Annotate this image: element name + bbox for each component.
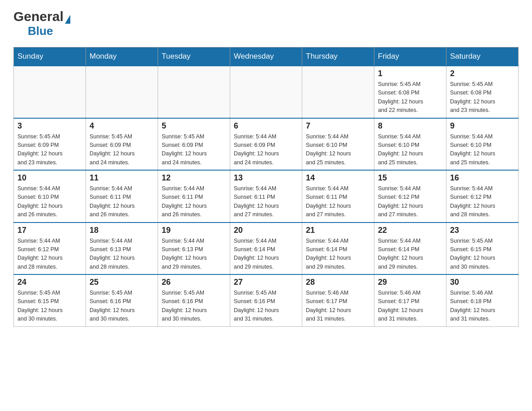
calendar-header-row: SundayMondayTuesdayWednesdayThursdayFrid…	[14, 47, 519, 66]
calendar-cell: 9Sunrise: 5:44 AMSunset: 6:10 PMDaylight…	[446, 118, 519, 171]
day-info: Sunrise: 5:44 AMSunset: 6:12 PMDaylight:…	[450, 184, 515, 219]
day-info: Sunrise: 5:44 AMSunset: 6:11 PMDaylight:…	[234, 184, 298, 219]
calendar-header-wednesday: Wednesday	[230, 47, 302, 66]
day-number: 22	[378, 226, 442, 235]
day-number: 24	[17, 278, 82, 287]
day-info: Sunrise: 5:44 AMSunset: 6:10 PMDaylight:…	[378, 133, 442, 167]
day-number: 11	[90, 173, 154, 183]
day-number: 23	[450, 226, 515, 235]
day-info: Sunrise: 5:44 AMSunset: 6:13 PMDaylight:…	[162, 237, 226, 272]
calendar-cell: 21Sunrise: 5:44 AMSunset: 6:14 PMDayligh…	[302, 223, 374, 275]
calendar-cell: 19Sunrise: 5:44 AMSunset: 6:13 PMDayligh…	[158, 223, 230, 275]
calendar-cell: 7Sunrise: 5:44 AMSunset: 6:10 PMDaylight…	[302, 118, 374, 171]
calendar-cell: 1Sunrise: 5:45 AMSunset: 6:08 PMDaylight…	[374, 66, 446, 118]
day-info: Sunrise: 5:45 AMSunset: 6:16 PMDaylight:…	[90, 289, 154, 324]
day-number: 7	[306, 121, 370, 131]
calendar-cell: 25Sunrise: 5:45 AMSunset: 6:16 PMDayligh…	[86, 274, 158, 326]
day-info: Sunrise: 5:46 AMSunset: 6:17 PMDaylight:…	[378, 289, 442, 324]
day-number: 27	[234, 278, 298, 287]
calendar-cell: 6Sunrise: 5:44 AMSunset: 6:09 PMDaylight…	[230, 118, 302, 171]
day-info: Sunrise: 5:46 AMSunset: 6:17 PMDaylight:…	[306, 289, 370, 324]
calendar-header-saturday: Saturday	[446, 47, 519, 66]
calendar-header-thursday: Thursday	[302, 47, 374, 66]
calendar-header-monday: Monday	[86, 47, 158, 66]
day-number: 2	[450, 69, 515, 78]
day-info: Sunrise: 5:45 AMSunset: 6:08 PMDaylight:…	[450, 80, 515, 115]
day-number: 5	[162, 121, 226, 131]
day-number: 28	[306, 278, 370, 287]
calendar-cell: 8Sunrise: 5:44 AMSunset: 6:10 PMDaylight…	[374, 118, 446, 171]
calendar-week-row: 1Sunrise: 5:45 AMSunset: 6:08 PMDaylight…	[14, 66, 519, 118]
calendar-cell: 11Sunrise: 5:44 AMSunset: 6:11 PMDayligh…	[86, 170, 158, 223]
calendar-cell: 18Sunrise: 5:44 AMSunset: 6:13 PMDayligh…	[86, 223, 158, 275]
day-info: Sunrise: 5:44 AMSunset: 6:10 PMDaylight:…	[17, 184, 82, 219]
day-info: Sunrise: 5:44 AMSunset: 6:10 PMDaylight:…	[306, 133, 370, 167]
calendar-week-row: 24Sunrise: 5:45 AMSunset: 6:15 PMDayligh…	[14, 274, 519, 326]
calendar-cell: 27Sunrise: 5:45 AMSunset: 6:16 PMDayligh…	[230, 274, 302, 326]
day-number: 1	[378, 69, 442, 78]
day-number: 19	[162, 226, 226, 235]
calendar-cell: 22Sunrise: 5:44 AMSunset: 6:14 PMDayligh…	[374, 223, 446, 275]
calendar-cell	[302, 66, 374, 118]
day-info: Sunrise: 5:44 AMSunset: 6:14 PMDaylight:…	[234, 237, 298, 272]
day-number: 30	[450, 278, 515, 287]
day-info: Sunrise: 5:44 AMSunset: 6:12 PMDaylight:…	[17, 237, 82, 272]
day-info: Sunrise: 5:44 AMSunset: 6:11 PMDaylight:…	[90, 184, 154, 219]
calendar-cell: 5Sunrise: 5:45 AMSunset: 6:09 PMDaylight…	[158, 118, 230, 171]
calendar-cell: 26Sunrise: 5:45 AMSunset: 6:16 PMDayligh…	[158, 274, 230, 326]
day-number: 17	[17, 226, 82, 235]
calendar-cell: 3Sunrise: 5:45 AMSunset: 6:09 PMDaylight…	[14, 118, 86, 171]
day-number: 12	[162, 173, 226, 183]
calendar-cell: 20Sunrise: 5:44 AMSunset: 6:14 PMDayligh…	[230, 223, 302, 275]
calendar-table: SundayMondayTuesdayWednesdayThursdayFrid…	[13, 47, 519, 327]
day-number: 6	[234, 121, 298, 131]
calendar-cell: 12Sunrise: 5:44 AMSunset: 6:11 PMDayligh…	[158, 170, 230, 223]
calendar-week-row: 17Sunrise: 5:44 AMSunset: 6:12 PMDayligh…	[14, 223, 519, 275]
day-info: Sunrise: 5:44 AMSunset: 6:10 PMDaylight:…	[450, 133, 515, 167]
day-number: 9	[450, 121, 515, 131]
day-number: 14	[306, 173, 370, 183]
day-info: Sunrise: 5:46 AMSunset: 6:18 PMDaylight:…	[450, 289, 515, 324]
day-number: 20	[234, 226, 298, 235]
calendar-header-sunday: Sunday	[14, 47, 86, 66]
day-number: 25	[90, 278, 154, 287]
logo-text: General	[13, 9, 70, 24]
day-number: 26	[162, 278, 226, 287]
day-number: 29	[378, 278, 442, 287]
calendar-week-row: 10Sunrise: 5:44 AMSunset: 6:10 PMDayligh…	[14, 170, 519, 223]
day-info: Sunrise: 5:45 AMSunset: 6:16 PMDaylight:…	[162, 289, 226, 324]
day-number: 15	[378, 173, 442, 183]
calendar-cell: 16Sunrise: 5:44 AMSunset: 6:12 PMDayligh…	[446, 170, 519, 223]
logo-blue: Blue	[28, 24, 53, 38]
day-info: Sunrise: 5:45 AMSunset: 6:09 PMDaylight:…	[17, 133, 82, 167]
calendar-cell: 15Sunrise: 5:44 AMSunset: 6:12 PMDayligh…	[374, 170, 446, 223]
day-info: Sunrise: 5:44 AMSunset: 6:13 PMDaylight:…	[90, 237, 154, 272]
page-header: General Blue	[13, 9, 519, 38]
calendar-cell: 2Sunrise: 5:45 AMSunset: 6:08 PMDaylight…	[446, 66, 519, 118]
day-info: Sunrise: 5:44 AMSunset: 6:14 PMDaylight:…	[306, 237, 370, 272]
day-info: Sunrise: 5:45 AMSunset: 6:15 PMDaylight:…	[17, 289, 82, 324]
calendar-header-tuesday: Tuesday	[158, 47, 230, 66]
logo: General Blue	[13, 9, 70, 38]
day-info: Sunrise: 5:44 AMSunset: 6:11 PMDaylight:…	[162, 184, 226, 219]
calendar-cell	[86, 66, 158, 118]
day-number: 8	[378, 121, 442, 131]
day-info: Sunrise: 5:44 AMSunset: 6:09 PMDaylight:…	[234, 133, 298, 167]
calendar-cell: 29Sunrise: 5:46 AMSunset: 6:17 PMDayligh…	[374, 274, 446, 326]
calendar-header-friday: Friday	[374, 47, 446, 66]
calendar-cell: 14Sunrise: 5:44 AMSunset: 6:11 PMDayligh…	[302, 170, 374, 223]
day-info: Sunrise: 5:45 AMSunset: 6:09 PMDaylight:…	[162, 133, 226, 167]
day-number: 18	[90, 226, 154, 235]
day-info: Sunrise: 5:45 AMSunset: 6:08 PMDaylight:…	[378, 80, 442, 115]
day-number: 21	[306, 226, 370, 235]
day-number: 3	[17, 121, 82, 131]
day-info: Sunrise: 5:44 AMSunset: 6:14 PMDaylight:…	[378, 237, 442, 272]
calendar-cell: 4Sunrise: 5:45 AMSunset: 6:09 PMDaylight…	[86, 118, 158, 171]
day-info: Sunrise: 5:44 AMSunset: 6:11 PMDaylight:…	[306, 184, 370, 219]
calendar-cell: 17Sunrise: 5:44 AMSunset: 6:12 PMDayligh…	[14, 223, 86, 275]
calendar-cell: 28Sunrise: 5:46 AMSunset: 6:17 PMDayligh…	[302, 274, 374, 326]
calendar-cell	[230, 66, 302, 118]
calendar-cell: 30Sunrise: 5:46 AMSunset: 6:18 PMDayligh…	[446, 274, 519, 326]
day-number: 10	[17, 173, 82, 183]
calendar-cell	[14, 66, 86, 118]
